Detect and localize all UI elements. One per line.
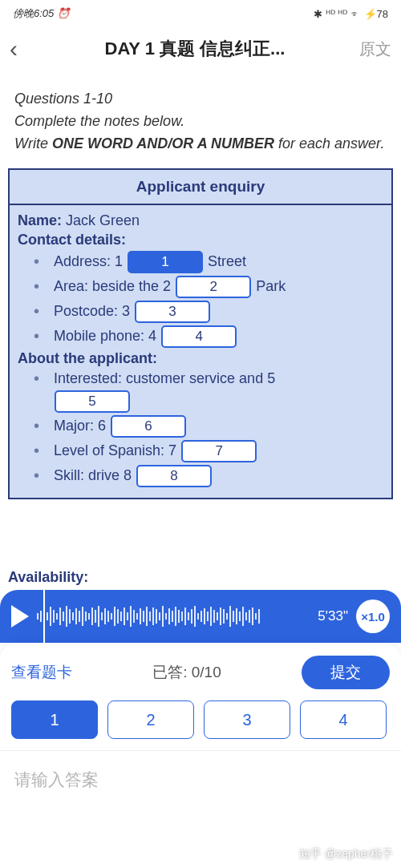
postcode-row: Postcode: 3 3 [18,301,383,323]
question-nav-4[interactable]: 4 [300,700,387,739]
address-row: Address: 1 1 Street [18,251,383,273]
instruction-line: Questions 1-10 [14,88,387,111]
instructions: Questions 1-10 Complete the notes below.… [0,74,401,155]
availability-heading: Availability: [8,569,88,586]
question-nav-1[interactable]: 1 [11,700,98,739]
answer-input[interactable]: 请输入答案 [0,750,401,809]
blank-8[interactable]: 8 [136,465,212,487]
blank-5[interactable]: 5 [55,390,130,413]
watermark: 知乎 @zepher桃子 [299,847,393,862]
skill-row: Skill: drive 8 8 [18,465,383,487]
view-card-button[interactable]: 查看题卡 [11,662,72,683]
blank-2[interactable]: 2 [176,276,251,298]
submit-button[interactable]: 提交 [302,656,390,689]
blank-1[interactable]: 1 [128,251,203,273]
interested-row: Interested: customer service and 5 [18,369,383,388]
blank-6[interactable]: 6 [111,415,186,438]
about-heading: About the applicant: [18,350,383,367]
original-text-button[interactable]: 原文 [359,38,391,60]
status-bar: 傍晚6:05 ⏰ ✱ ᴴᴰ ᴴᴰ ᯤ ⚡78 [0,0,401,27]
instruction-line: Complete the notes below. [14,111,387,133]
contact-heading: Contact details: [18,232,383,248]
controls-panel: 查看题卡 已答: 0/10 提交 1 2 3 4 [0,643,401,750]
instruction-line: Write ONE WORD AND/OR A NUMBER for each … [14,133,387,155]
status-icons: ✱ ᴴᴰ ᴴᴰ ᯤ ⚡78 [314,8,388,20]
area-row: Area: beside the 2 2 Park [18,276,383,298]
interested-blank-row: 5 [18,390,383,413]
status-time: 傍晚6:05 ⏰ [13,6,70,21]
blank-4[interactable]: 4 [161,325,237,348]
waveform[interactable] [37,604,310,628]
header: ‹ DAY 1 真题 信息纠正... 原文 [0,27,401,74]
blank-3[interactable]: 3 [135,301,210,323]
blank-7[interactable]: 7 [181,440,257,462]
audio-duration: 5'33" [318,608,348,624]
playback-speed-button[interactable]: ×1.0 [356,600,390,633]
play-button[interactable] [11,605,29,628]
question-nav-2[interactable]: 2 [107,700,194,739]
page-title: DAY 1 真题 信息纠正... [30,37,359,61]
major-row: Major: 6 6 [18,415,383,438]
answered-count: 已答: 0/10 [152,662,221,683]
back-button[interactable]: ‹ [10,35,30,63]
name-row: Name: Jack Green [18,212,383,229]
question-number-row: 1 2 3 4 [11,700,390,739]
mobile-row: Mobile phone: 4 4 [18,325,383,348]
spanish-row: Level of Spanish: 7 7 [18,440,383,462]
audio-player: 5'33" ×1.0 [0,590,401,643]
form-title: Applicant enquiry [10,170,391,205]
question-nav-3[interactable]: 3 [204,700,290,739]
applicant-form: Applicant enquiry Name: Jack Green Conta… [8,168,393,499]
progress-indicator[interactable] [43,590,45,643]
